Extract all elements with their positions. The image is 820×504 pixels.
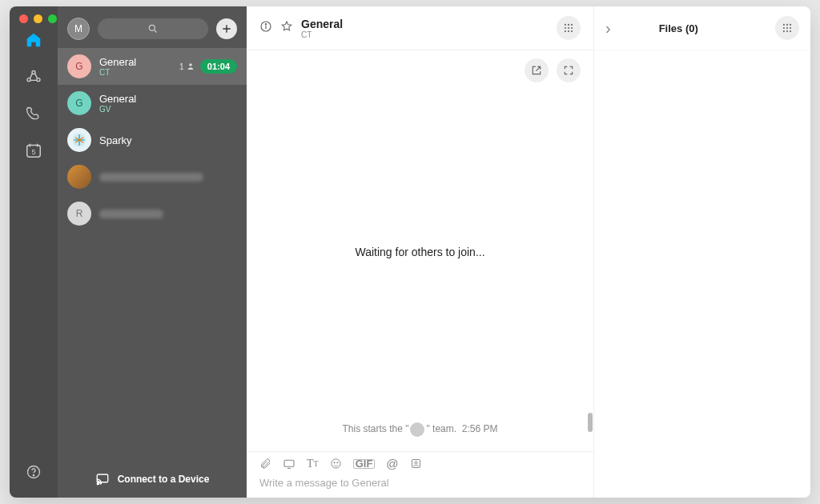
activity-button[interactable]: [557, 16, 581, 40]
popout-button[interactable]: [525, 58, 549, 82]
call-timer: 01:04: [200, 59, 237, 74]
conversation-item[interactable]: [58, 158, 247, 195]
maximize-window[interactable]: [48, 14, 57, 23]
svg-point-17: [568, 27, 569, 29]
user-avatar[interactable]: M: [67, 18, 90, 40]
info-icon: [259, 20, 272, 33]
svg-point-35: [786, 30, 788, 32]
conversation-item[interactable]: R: [58, 195, 247, 232]
svg-point-25: [336, 462, 337, 463]
favorite-button[interactable]: [280, 20, 293, 36]
svg-point-13: [565, 24, 566, 26]
svg-point-32: [786, 27, 788, 29]
team-avatar-dot: [410, 422, 424, 437]
search-input[interactable]: [98, 18, 208, 39]
svg-point-34: [783, 30, 785, 32]
svg-point-31: [783, 27, 785, 29]
svg-point-1: [27, 78, 30, 82]
emoji-button[interactable]: [330, 457, 342, 470]
svg-point-0: [32, 70, 35, 74]
expand-icon: [563, 65, 574, 76]
conversation-start-marker: This starts the "" team. 2:56 PM: [247, 413, 593, 451]
svg-point-27: [415, 462, 417, 464]
help-icon: [26, 464, 42, 480]
files-title: Files (0): [659, 22, 698, 34]
paperclip-icon: [259, 458, 271, 470]
conversation-item[interactable]: G General CT 1 01:04: [58, 48, 247, 85]
chat-panel: General CT Waiting for others to join...…: [247, 6, 594, 498]
conversation-item[interactable]: G General GV: [58, 85, 247, 122]
gif-button[interactable]: GIF: [353, 457, 376, 470]
attach-button[interactable]: [259, 457, 271, 470]
popout-icon: [531, 65, 542, 76]
svg-point-33: [790, 27, 791, 29]
person-icon: [186, 62, 195, 71]
connect-to-device[interactable]: Connect to a Device: [58, 461, 247, 498]
composer-toolbar: TT GIF @: [247, 452, 593, 472]
mention-button[interactable]: @: [386, 457, 398, 470]
space-subtitle: GV: [99, 105, 237, 114]
conversation-item[interactable]: Sparky: [58, 122, 247, 158]
space-avatar: G: [67, 91, 91, 115]
info-button[interactable]: [259, 20, 272, 36]
grid-icon: [782, 22, 793, 34]
screen-icon: [283, 458, 295, 470]
svg-point-20: [568, 30, 569, 32]
files-header: › Files (0): [594, 6, 810, 50]
space-name: Sparky: [99, 134, 237, 146]
redacted-name: [99, 210, 163, 218]
minimize-window[interactable]: [34, 14, 42, 23]
home-icon: [25, 31, 42, 49]
svg-point-19: [565, 30, 566, 32]
add-button[interactable]: [216, 18, 237, 39]
nav-calls[interactable]: [24, 104, 43, 123]
phone-icon: [26, 106, 42, 122]
space-subtitle: CT: [99, 68, 171, 77]
cast-icon: [95, 472, 110, 486]
svg-point-2: [37, 78, 40, 82]
participant-count: 1: [179, 62, 195, 71]
collapse-files-button[interactable]: ›: [605, 19, 611, 38]
files-menu-button[interactable]: [775, 16, 799, 40]
svg-point-24: [334, 462, 335, 463]
message-composer: TT GIF @: [247, 451, 593, 498]
space-avatar: [67, 128, 91, 152]
start-time: 2:56 PM: [462, 423, 498, 434]
svg-point-15: [571, 24, 573, 26]
calendar-day-number: 5: [31, 148, 35, 156]
svg-point-30: [790, 24, 791, 26]
svg-point-23: [332, 459, 340, 468]
svg-point-29: [786, 24, 788, 26]
conversation-list: G General CT 1 01:04 G General: [58, 48, 247, 461]
connect-label: Connect to a Device: [118, 474, 210, 485]
nav-rail: 5: [10, 6, 58, 498]
smiley-icon: [330, 458, 342, 470]
grid-icon: [563, 22, 574, 34]
teams-icon: [25, 68, 42, 86]
svg-point-16: [565, 27, 566, 29]
space-name: General: [99, 93, 237, 105]
nav-help[interactable]: [26, 464, 42, 483]
search-icon: [147, 23, 159, 34]
window-traffic-lights[interactable]: [19, 14, 57, 23]
svg-point-12: [265, 24, 266, 25]
media-controls: [247, 50, 593, 90]
format-button[interactable]: TT: [307, 457, 319, 470]
nav-teams[interactable]: [24, 67, 43, 86]
svg-point-18: [571, 27, 573, 29]
personal-room-button[interactable]: [410, 457, 422, 470]
message-input[interactable]: [259, 477, 581, 489]
close-window[interactable]: [19, 14, 28, 23]
svg-point-28: [783, 24, 785, 26]
nav-home[interactable]: [24, 30, 43, 50]
contact-avatar: R: [67, 202, 91, 226]
svg-point-6: [149, 25, 155, 30]
files-panel: › Files (0): [594, 6, 810, 498]
nav-calendar[interactable]: 5: [24, 141, 43, 160]
waiting-text: Waiting for others to join...: [355, 246, 484, 258]
svg-point-10: [97, 483, 98, 485]
fullscreen-button[interactable]: [557, 58, 581, 82]
person-card-icon: [410, 458, 422, 470]
screen-capture-button[interactable]: [283, 457, 295, 470]
chat-header: General CT: [247, 6, 593, 50]
